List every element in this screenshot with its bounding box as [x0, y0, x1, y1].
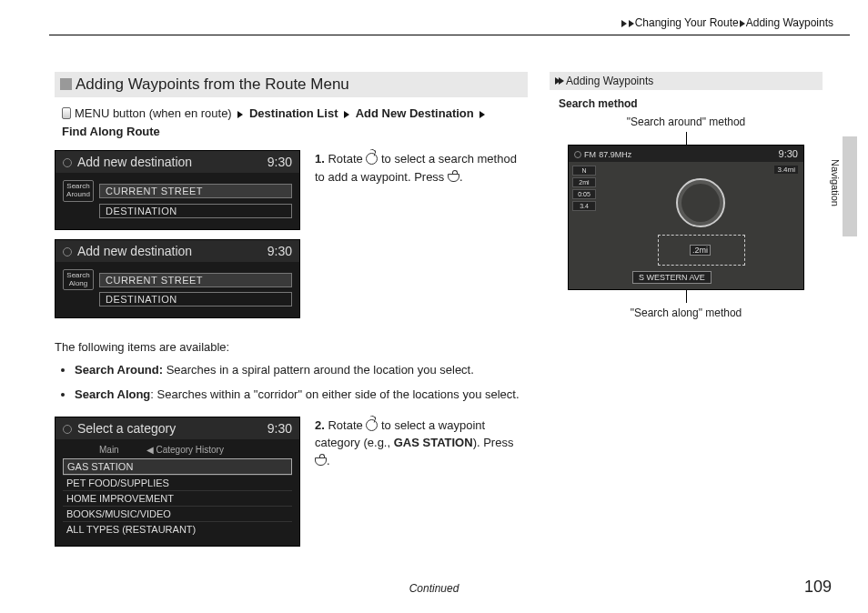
- shot3-tab1: Main: [99, 445, 119, 455]
- breadcrumb: Changing Your RouteAdding Waypoints: [55, 16, 843, 29]
- step1-c: .: [459, 170, 463, 184]
- map-time: 9:30: [779, 148, 798, 159]
- nav-path: MENU button (when en route) Destination …: [62, 105, 528, 141]
- step2-d: .: [327, 454, 330, 467]
- knob-icon: [574, 151, 581, 158]
- list-item: Search Along: Searches within a "corrido…: [75, 386, 528, 404]
- step2-num: 2.: [315, 418, 325, 432]
- cat-item-4: BOOKS/MUSIC/VIDEO: [63, 506, 292, 521]
- section-title: Adding Waypoints from the Route Menu: [76, 75, 349, 93]
- page-number: 109: [804, 578, 832, 597]
- cat-item-5: ALL TYPES (RESTAURANT): [63, 521, 292, 537]
- bul1-desc: Searches in a spiral pattern around the …: [163, 363, 474, 377]
- map-side-1: N: [572, 166, 596, 176]
- shot1-btn: Search Around: [63, 180, 94, 202]
- map-screenshot: FM 87.9MHz 9:30 3.4mi N 2mi 0:05 3.4 .2m…: [568, 145, 804, 290]
- knob-icon: [63, 158, 72, 167]
- shot2-time: 9:30: [267, 244, 292, 258]
- side-tab: [843, 136, 857, 236]
- available-intro: The following items are available:: [55, 340, 528, 354]
- map-side-3: 0:05: [572, 189, 596, 199]
- step-2-text: 2. Rotate to select a waypoint category …: [315, 417, 528, 470]
- nav-p2: Add New Destination: [356, 106, 474, 120]
- press-icon: [448, 174, 459, 182]
- shot3-title: Select a category: [77, 421, 176, 436]
- shot2-row2: DESTINATION: [99, 292, 292, 306]
- screenshot-search-around: Add new destination9:30 Search AroundCUR…: [55, 150, 300, 230]
- bul2-desc: : Searches within a "corridor" on either…: [150, 387, 519, 401]
- nav-pre: MENU button (when en route): [75, 106, 232, 120]
- nav-p1: Destination List: [249, 106, 338, 120]
- square-bullet-icon: [60, 78, 72, 90]
- note-heading-text: Adding Waypoints: [566, 75, 653, 87]
- list-item: Search Around: Searches in a spiral patt…: [75, 361, 528, 379]
- cat-item-1: GAS STATION: [63, 458, 292, 475]
- section-heading: Adding Waypoints from the Route Menu: [55, 72, 528, 97]
- side-tab-label: Navigation: [830, 159, 841, 206]
- cat-item-2: PET FOOD/SUPPLIES: [63, 475, 292, 490]
- shot3-tab2: Category History: [156, 445, 223, 455]
- nav-p3: Find Along Route: [62, 125, 160, 138]
- search-method-title: Search method: [559, 97, 823, 110]
- search-along-rect: .2mi: [658, 235, 745, 266]
- rotate-dial-icon: [366, 153, 378, 165]
- knob-icon: [63, 247, 72, 256]
- chevron-right-icon: [629, 20, 634, 27]
- chevron-right-icon: [740, 20, 745, 27]
- bul2-term: Search Along: [75, 387, 150, 401]
- map-side-2: 2mi: [572, 177, 596, 187]
- screenshot-search-along: Add new destination9:30 Search AlongCURR…: [55, 239, 300, 319]
- crumb-a: Changing Your Route: [635, 16, 739, 29]
- step1-a: Rotate: [328, 152, 366, 166]
- double-chevron-icon: [555, 75, 564, 87]
- step1-num: 1.: [315, 152, 325, 166]
- step2-eg: GAS STATION: [394, 436, 473, 449]
- knob-icon: [63, 425, 72, 434]
- shot2-title: Add new destination: [77, 244, 192, 258]
- shot1-row2: DESTINATION: [99, 204, 292, 218]
- press-icon: [315, 457, 327, 466]
- caption-search-along: "Search along" method: [550, 306, 823, 319]
- chevron-right-icon: [479, 111, 485, 118]
- leader-line: [686, 290, 687, 303]
- shot1-title: Add new destination: [77, 155, 192, 169]
- chevron-right-icon: [237, 111, 243, 118]
- rotate-dial-icon: [366, 419, 378, 431]
- leader-line: [686, 132, 687, 145]
- map-fm: FM: [584, 150, 596, 159]
- shot2-row1: CURRENT STREET: [99, 273, 292, 287]
- chevron-right-icon: [621, 20, 627, 27]
- shot1-time: 9:30: [267, 155, 292, 169]
- step-1-text: 1. Rotate to select a search method to a…: [315, 150, 528, 186]
- search-around-circle: [676, 178, 725, 227]
- continued-label: Continued: [409, 582, 459, 595]
- shot1-row1: CURRENT STREET: [99, 184, 292, 198]
- map-scale: 3.4mi: [774, 166, 798, 174]
- step2-c: ). Press: [473, 436, 514, 449]
- crumb-b: Adding Waypoints: [746, 16, 833, 29]
- map-street: S WESTERN AVE: [632, 271, 712, 284]
- shot2-btn: Search Along: [63, 269, 94, 291]
- options-list: Search Around: Searches in a spiral patt…: [75, 361, 528, 403]
- cat-item-3: HOME IMPROVEMENT: [63, 490, 292, 506]
- header-rule: [49, 35, 850, 35]
- screenshot-select-category: Select a category9:30 Main◀ Category His…: [55, 417, 300, 547]
- step2-a: Rotate: [328, 418, 366, 432]
- shot3-time: 9:30: [267, 421, 292, 436]
- caption-search-around: "Search around" method: [550, 116, 823, 128]
- map-freq: 87.9MHz: [599, 150, 631, 159]
- menu-button-icon: [62, 107, 71, 119]
- map-box-label: .2mi: [690, 245, 711, 256]
- note-heading: Adding Waypoints: [550, 72, 823, 90]
- map-side-4: 3.4: [572, 201, 596, 211]
- chevron-right-icon: [344, 111, 349, 118]
- bul1-term: Search Around:: [75, 363, 163, 377]
